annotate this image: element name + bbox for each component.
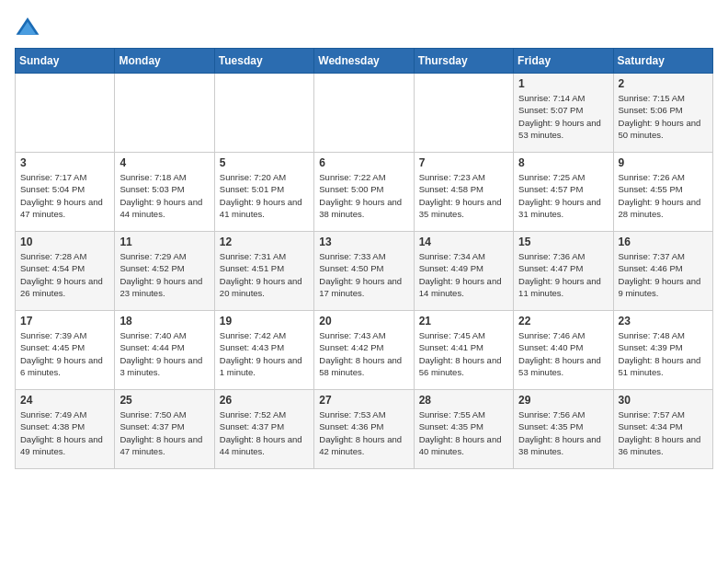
day-info: Sunrise: 7:46 AM Sunset: 4:40 PM Dayligh…: [518, 329, 608, 378]
day-number: 14: [419, 236, 508, 248]
logo: [15, 15, 42, 40]
day-cell: 28Sunrise: 7:55 AM Sunset: 4:35 PM Dayli…: [414, 390, 513, 469]
day-info: Sunrise: 7:43 AM Sunset: 4:42 PM Dayligh…: [319, 329, 408, 378]
header-tuesday: Tuesday: [214, 49, 313, 74]
day-cell: 21Sunrise: 7:45 AM Sunset: 4:41 PM Dayli…: [414, 311, 513, 390]
day-number: 11: [119, 236, 209, 248]
header-monday: Monday: [115, 49, 214, 74]
day-number: 15: [518, 236, 608, 248]
day-number: 28: [419, 394, 508, 407]
day-cell: 17Sunrise: 7:39 AM Sunset: 4:45 PM Dayli…: [16, 311, 115, 390]
day-cell: 14Sunrise: 7:34 AM Sunset: 4:49 PM Dayli…: [414, 232, 513, 311]
week-row-5: 24Sunrise: 7:49 AM Sunset: 4:38 PM Dayli…: [16, 390, 713, 469]
week-row-1: 1Sunrise: 7:14 AM Sunset: 5:07 PM Daylig…: [16, 74, 713, 153]
day-info: Sunrise: 7:52 AM Sunset: 4:37 PM Dayligh…: [220, 408, 309, 457]
day-info: Sunrise: 7:22 AM Sunset: 5:00 PM Dayligh…: [319, 171, 408, 220]
day-number: 27: [319, 394, 408, 407]
day-info: Sunrise: 7:49 AM Sunset: 4:38 PM Dayligh…: [20, 408, 109, 457]
day-cell: 11Sunrise: 7:29 AM Sunset: 4:52 PM Dayli…: [115, 232, 214, 311]
header-wednesday: Wednesday: [314, 49, 414, 74]
day-info: Sunrise: 7:23 AM Sunset: 4:58 PM Dayligh…: [419, 171, 508, 220]
day-cell: 23Sunrise: 7:48 AM Sunset: 4:39 PM Dayli…: [613, 311, 712, 390]
day-cell: 3Sunrise: 7:17 AM Sunset: 5:04 PM Daylig…: [16, 153, 115, 232]
day-cell: 16Sunrise: 7:37 AM Sunset: 4:46 PM Dayli…: [613, 232, 712, 311]
day-info: Sunrise: 7:28 AM Sunset: 4:54 PM Dayligh…: [20, 250, 109, 299]
day-info: Sunrise: 7:40 AM Sunset: 4:44 PM Dayligh…: [119, 329, 209, 378]
day-info: Sunrise: 7:36 AM Sunset: 4:47 PM Dayligh…: [518, 250, 608, 299]
week-row-3: 10Sunrise: 7:28 AM Sunset: 4:54 PM Dayli…: [16, 232, 713, 311]
day-number: 20: [319, 315, 408, 327]
day-cell: 20Sunrise: 7:43 AM Sunset: 4:42 PM Dayli…: [314, 311, 414, 390]
day-number: 13: [319, 236, 408, 248]
day-number: 25: [119, 394, 209, 407]
day-number: 8: [518, 156, 608, 169]
day-cell: 24Sunrise: 7:49 AM Sunset: 4:38 PM Dayli…: [16, 390, 115, 469]
page-header: [15, 15, 713, 40]
day-cell: 19Sunrise: 7:42 AM Sunset: 4:43 PM Dayli…: [214, 311, 313, 390]
day-info: Sunrise: 7:15 AM Sunset: 5:06 PM Dayligh…: [619, 92, 708, 141]
day-info: Sunrise: 7:37 AM Sunset: 4:46 PM Dayligh…: [619, 250, 708, 299]
calendar-header-row: SundayMondayTuesdayWednesdayThursdayFrid…: [16, 49, 713, 74]
day-info: Sunrise: 7:45 AM Sunset: 4:41 PM Dayligh…: [419, 329, 508, 378]
day-cell: 8Sunrise: 7:25 AM Sunset: 4:57 PM Daylig…: [514, 153, 613, 232]
calendar-table: SundayMondayTuesdayWednesdayThursdayFrid…: [15, 48, 713, 469]
day-cell: 15Sunrise: 7:36 AM Sunset: 4:47 PM Dayli…: [514, 232, 613, 311]
day-cell: [16, 74, 115, 153]
day-number: 4: [119, 156, 209, 169]
day-cell: 27Sunrise: 7:53 AM Sunset: 4:36 PM Dayli…: [314, 390, 414, 469]
day-info: Sunrise: 7:29 AM Sunset: 4:52 PM Dayligh…: [119, 250, 209, 299]
day-cell: 18Sunrise: 7:40 AM Sunset: 4:44 PM Dayli…: [115, 311, 214, 390]
day-cell: 5Sunrise: 7:20 AM Sunset: 5:01 PM Daylig…: [214, 153, 313, 232]
day-number: 26: [220, 394, 309, 407]
day-cell: 29Sunrise: 7:56 AM Sunset: 4:35 PM Dayli…: [514, 390, 613, 469]
day-info: Sunrise: 7:57 AM Sunset: 4:34 PM Dayligh…: [619, 408, 708, 457]
day-number: 5: [220, 156, 309, 169]
day-info: Sunrise: 7:39 AM Sunset: 4:45 PM Dayligh…: [20, 329, 109, 378]
day-number: 1: [518, 77, 608, 90]
day-info: Sunrise: 7:20 AM Sunset: 5:01 PM Dayligh…: [220, 171, 309, 220]
week-row-2: 3Sunrise: 7:17 AM Sunset: 5:04 PM Daylig…: [16, 153, 713, 232]
day-cell: 4Sunrise: 7:18 AM Sunset: 5:03 PM Daylig…: [115, 153, 214, 232]
header-thursday: Thursday: [414, 49, 513, 74]
day-cell: 26Sunrise: 7:52 AM Sunset: 4:37 PM Dayli…: [214, 390, 313, 469]
logo-icon: [15, 15, 40, 40]
day-number: 30: [619, 394, 708, 407]
day-number: 17: [20, 315, 109, 327]
day-number: 16: [619, 236, 708, 248]
day-number: 7: [419, 156, 508, 169]
day-cell: [314, 74, 414, 153]
day-info: Sunrise: 7:34 AM Sunset: 4:49 PM Dayligh…: [419, 250, 508, 299]
day-number: 22: [518, 315, 608, 327]
day-info: Sunrise: 7:53 AM Sunset: 4:36 PM Dayligh…: [319, 408, 408, 457]
day-number: 12: [220, 236, 309, 248]
day-cell: 1Sunrise: 7:14 AM Sunset: 5:07 PM Daylig…: [514, 74, 613, 153]
day-cell: 12Sunrise: 7:31 AM Sunset: 4:51 PM Dayli…: [214, 232, 313, 311]
day-info: Sunrise: 7:55 AM Sunset: 4:35 PM Dayligh…: [419, 408, 508, 457]
day-info: Sunrise: 7:18 AM Sunset: 5:03 PM Dayligh…: [119, 171, 209, 220]
day-info: Sunrise: 7:26 AM Sunset: 4:55 PM Dayligh…: [619, 171, 708, 220]
day-cell: 30Sunrise: 7:57 AM Sunset: 4:34 PM Dayli…: [613, 390, 712, 469]
day-number: 9: [619, 156, 708, 169]
day-number: 18: [119, 315, 209, 327]
header-friday: Friday: [514, 49, 613, 74]
week-row-4: 17Sunrise: 7:39 AM Sunset: 4:45 PM Dayli…: [16, 311, 713, 390]
day-number: 2: [619, 77, 708, 90]
day-info: Sunrise: 7:48 AM Sunset: 4:39 PM Dayligh…: [619, 329, 708, 378]
day-cell: 13Sunrise: 7:33 AM Sunset: 4:50 PM Dayli…: [314, 232, 414, 311]
day-cell: 6Sunrise: 7:22 AM Sunset: 5:00 PM Daylig…: [314, 153, 414, 232]
day-number: 23: [619, 315, 708, 327]
day-cell: 10Sunrise: 7:28 AM Sunset: 4:54 PM Dayli…: [16, 232, 115, 311]
day-number: 19: [220, 315, 309, 327]
day-info: Sunrise: 7:42 AM Sunset: 4:43 PM Dayligh…: [220, 329, 309, 378]
day-number: 6: [319, 156, 408, 169]
day-cell: 2Sunrise: 7:15 AM Sunset: 5:06 PM Daylig…: [613, 74, 712, 153]
day-info: Sunrise: 7:33 AM Sunset: 4:50 PM Dayligh…: [319, 250, 408, 299]
day-cell: 25Sunrise: 7:50 AM Sunset: 4:37 PM Dayli…: [115, 390, 214, 469]
day-info: Sunrise: 7:50 AM Sunset: 4:37 PM Dayligh…: [119, 408, 209, 457]
day-cell: 9Sunrise: 7:26 AM Sunset: 4:55 PM Daylig…: [613, 153, 712, 232]
day-number: 29: [518, 394, 608, 407]
day-cell: 7Sunrise: 7:23 AM Sunset: 4:58 PM Daylig…: [414, 153, 513, 232]
day-cell: [414, 74, 513, 153]
day-number: 21: [419, 315, 508, 327]
header-saturday: Saturday: [613, 49, 712, 74]
